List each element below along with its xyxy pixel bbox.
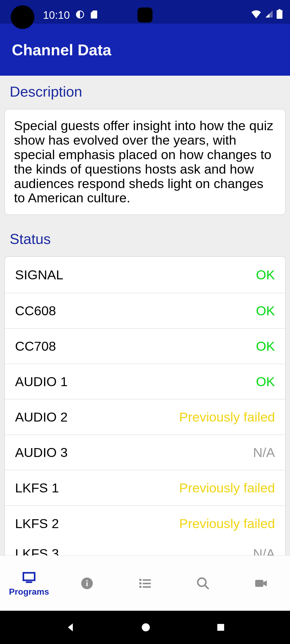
svg-point-3 [139, 579, 142, 581]
description-text: Special guests offer insight into how th… [14, 119, 276, 205]
status-row-value: Previously failed [179, 480, 275, 495]
nav-list[interactable] [116, 556, 174, 611]
recents-icon[interactable] [216, 622, 226, 632]
contrast-icon [75, 10, 85, 19]
status-row-label: AUDIO 3 [15, 445, 68, 460]
status-row[interactable]: SIGNALOK [5, 257, 285, 293]
status-row-label: LKFS 1 [15, 480, 59, 495]
status-section-header: Status [0, 223, 290, 253]
status-row-label: LKFS 2 [15, 516, 59, 531]
nav-video[interactable] [232, 556, 290, 611]
svg-rect-4 [143, 579, 151, 580]
nav-programs[interactable]: Programs [0, 556, 58, 611]
status-row[interactable]: AUDIO 1OK [5, 364, 285, 400]
android-status-bar: 10:10 [0, 0, 290, 24]
info-icon [80, 576, 94, 590]
status-card: SIGNALOKCC608OKCC708OKAUDIO 1OKAUDIO 2Pr… [4, 256, 286, 555]
nav-search[interactable] [174, 556, 232, 611]
android-navigation-bar [0, 611, 290, 644]
status-row-label: AUDIO 2 [15, 409, 68, 425]
status-bar-circle [11, 5, 34, 29]
app-bar: Channel Data [0, 24, 290, 76]
camera-notch [137, 8, 153, 23]
status-row-value: OK [256, 267, 275, 282]
status-row-label: LKFS 3 [15, 546, 59, 555]
svg-point-12 [142, 623, 150, 631]
status-bar-time: 10:10 [43, 9, 70, 21]
status-row-value: N/A [253, 546, 275, 555]
description-section-header: Description [0, 76, 290, 106]
wifi-icon [251, 10, 262, 18]
status-row[interactable]: LKFS 1Previously failed [5, 470, 285, 506]
nav-info[interactable] [58, 556, 116, 611]
description-card: Special guests offer insight into how th… [4, 109, 286, 215]
svg-rect-1 [86, 582, 88, 586]
status-row-label: AUDIO 1 [15, 374, 68, 389]
status-row[interactable]: AUDIO 3N/A [5, 435, 285, 470]
video-camera-icon [254, 576, 268, 590]
main-content[interactable]: Description Special guests offer insight… [0, 76, 290, 555]
status-row-label: CC708 [15, 339, 56, 354]
status-row[interactable]: CC708OK [5, 329, 285, 364]
cellular-icon [264, 10, 274, 18]
svg-rect-6 [143, 583, 151, 584]
status-bar-notif-icons [75, 10, 99, 19]
svg-rect-13 [217, 624, 224, 631]
status-row-label: CC608 [15, 303, 56, 318]
app-bar-title: Channel Data [12, 41, 111, 59]
svg-line-10 [205, 585, 208, 588]
status-row-partial[interactable]: LKFS 3 N/A [5, 541, 285, 555]
back-icon[interactable] [64, 621, 76, 633]
list-icon [138, 576, 152, 590]
status-row[interactable]: LKFS 2Previously failed [5, 506, 285, 541]
tv-icon [21, 570, 37, 585]
status-row-value: N/A [253, 445, 275, 460]
svg-point-2 [86, 580, 88, 581]
status-row[interactable]: CC608OK [5, 293, 285, 329]
status-row-value: Previously failed [179, 409, 275, 425]
battery-icon [277, 9, 282, 19]
svg-point-5 [139, 582, 142, 584]
svg-point-7 [139, 586, 142, 588]
status-row-label: SIGNAL [15, 267, 63, 282]
status-row-value: OK [256, 303, 275, 318]
status-row-value: OK [256, 339, 275, 354]
search-icon [196, 576, 210, 590]
bottom-navigation: Programs [0, 555, 290, 611]
svg-rect-8 [143, 586, 151, 587]
status-row[interactable]: AUDIO 2Previously failed [5, 400, 285, 435]
status-row-value: Previously failed [179, 516, 275, 531]
nav-programs-label: Programs [9, 587, 49, 597]
svg-rect-11 [255, 580, 263, 587]
status-row-value: OK [256, 374, 275, 389]
status-bar-right-icons [251, 9, 282, 19]
sd-card-icon [89, 10, 99, 19]
home-icon[interactable] [140, 622, 151, 633]
